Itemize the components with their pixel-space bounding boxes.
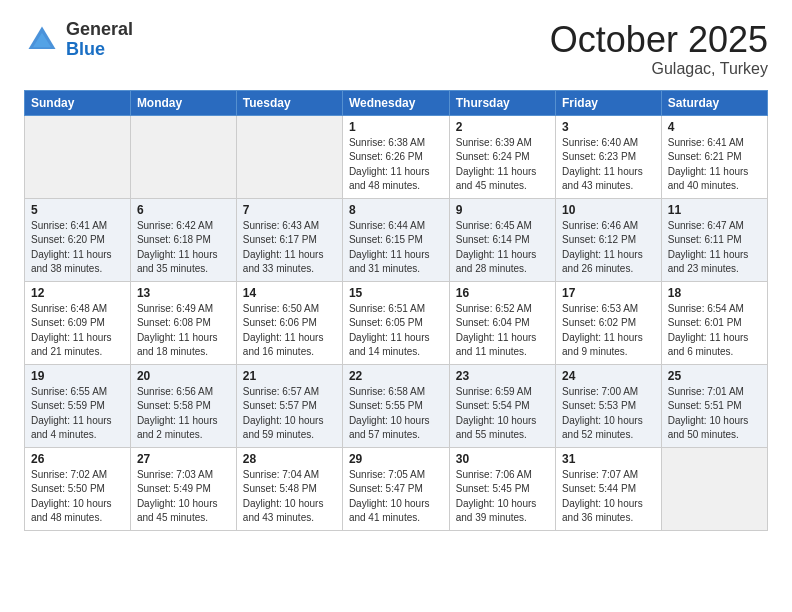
day-info: Sunrise: 6:40 AM Sunset: 6:23 PM Dayligh… — [562, 136, 655, 194]
day-number: 27 — [137, 452, 230, 466]
day-number: 22 — [349, 369, 443, 383]
month-title: October 2025 — [550, 20, 768, 60]
day-info: Sunrise: 6:48 AM Sunset: 6:09 PM Dayligh… — [31, 302, 124, 360]
table-row: 22Sunrise: 6:58 AM Sunset: 5:55 PM Dayli… — [342, 364, 449, 447]
table-row — [130, 115, 236, 198]
calendar-week-1: 1Sunrise: 6:38 AM Sunset: 6:26 PM Daylig… — [25, 115, 768, 198]
day-number: 24 — [562, 369, 655, 383]
day-number: 1 — [349, 120, 443, 134]
day-info: Sunrise: 6:38 AM Sunset: 6:26 PM Dayligh… — [349, 136, 443, 194]
day-number: 18 — [668, 286, 761, 300]
logo-icon — [24, 22, 60, 58]
col-wednesday: Wednesday — [342, 90, 449, 115]
day-number: 16 — [456, 286, 549, 300]
day-number: 28 — [243, 452, 336, 466]
day-number: 31 — [562, 452, 655, 466]
day-number: 23 — [456, 369, 549, 383]
table-row: 28Sunrise: 7:04 AM Sunset: 5:48 PM Dayli… — [236, 447, 342, 530]
table-row — [236, 115, 342, 198]
day-number: 25 — [668, 369, 761, 383]
col-friday: Friday — [556, 90, 662, 115]
day-info: Sunrise: 6:51 AM Sunset: 6:05 PM Dayligh… — [349, 302, 443, 360]
table-row: 16Sunrise: 6:52 AM Sunset: 6:04 PM Dayli… — [449, 281, 555, 364]
table-row: 26Sunrise: 7:02 AM Sunset: 5:50 PM Dayli… — [25, 447, 131, 530]
day-info: Sunrise: 6:49 AM Sunset: 6:08 PM Dayligh… — [137, 302, 230, 360]
day-number: 30 — [456, 452, 549, 466]
table-row: 8Sunrise: 6:44 AM Sunset: 6:15 PM Daylig… — [342, 198, 449, 281]
day-info: Sunrise: 6:41 AM Sunset: 6:20 PM Dayligh… — [31, 219, 124, 277]
day-info: Sunrise: 6:45 AM Sunset: 6:14 PM Dayligh… — [456, 219, 549, 277]
day-info: Sunrise: 7:01 AM Sunset: 5:51 PM Dayligh… — [668, 385, 761, 443]
table-row — [661, 447, 767, 530]
col-saturday: Saturday — [661, 90, 767, 115]
day-number: 10 — [562, 203, 655, 217]
day-info: Sunrise: 6:43 AM Sunset: 6:17 PM Dayligh… — [243, 219, 336, 277]
table-row: 1Sunrise: 6:38 AM Sunset: 6:26 PM Daylig… — [342, 115, 449, 198]
day-info: Sunrise: 7:03 AM Sunset: 5:49 PM Dayligh… — [137, 468, 230, 526]
table-row: 21Sunrise: 6:57 AM Sunset: 5:57 PM Dayli… — [236, 364, 342, 447]
day-number: 11 — [668, 203, 761, 217]
day-info: Sunrise: 7:00 AM Sunset: 5:53 PM Dayligh… — [562, 385, 655, 443]
page-container: General Blue October 2025 Gulagac, Turke… — [0, 0, 792, 547]
table-row: 6Sunrise: 6:42 AM Sunset: 6:18 PM Daylig… — [130, 198, 236, 281]
day-number: 13 — [137, 286, 230, 300]
day-number: 29 — [349, 452, 443, 466]
day-info: Sunrise: 6:55 AM Sunset: 5:59 PM Dayligh… — [31, 385, 124, 443]
day-info: Sunrise: 7:05 AM Sunset: 5:47 PM Dayligh… — [349, 468, 443, 526]
day-info: Sunrise: 6:59 AM Sunset: 5:54 PM Dayligh… — [456, 385, 549, 443]
title-block: October 2025 Gulagac, Turkey — [550, 20, 768, 78]
day-number: 20 — [137, 369, 230, 383]
calendar-week-3: 12Sunrise: 6:48 AM Sunset: 6:09 PM Dayli… — [25, 281, 768, 364]
table-row: 5Sunrise: 6:41 AM Sunset: 6:20 PM Daylig… — [25, 198, 131, 281]
day-info: Sunrise: 6:56 AM Sunset: 5:58 PM Dayligh… — [137, 385, 230, 443]
table-row: 4Sunrise: 6:41 AM Sunset: 6:21 PM Daylig… — [661, 115, 767, 198]
day-info: Sunrise: 6:41 AM Sunset: 6:21 PM Dayligh… — [668, 136, 761, 194]
day-info: Sunrise: 6:39 AM Sunset: 6:24 PM Dayligh… — [456, 136, 549, 194]
table-row: 11Sunrise: 6:47 AM Sunset: 6:11 PM Dayli… — [661, 198, 767, 281]
day-number: 7 — [243, 203, 336, 217]
logo-text: General Blue — [66, 20, 133, 60]
table-row: 29Sunrise: 7:05 AM Sunset: 5:47 PM Dayli… — [342, 447, 449, 530]
table-row: 2Sunrise: 6:39 AM Sunset: 6:24 PM Daylig… — [449, 115, 555, 198]
table-row: 18Sunrise: 6:54 AM Sunset: 6:01 PM Dayli… — [661, 281, 767, 364]
table-row: 20Sunrise: 6:56 AM Sunset: 5:58 PM Dayli… — [130, 364, 236, 447]
table-row: 17Sunrise: 6:53 AM Sunset: 6:02 PM Dayli… — [556, 281, 662, 364]
logo-blue: Blue — [66, 40, 133, 60]
day-number: 26 — [31, 452, 124, 466]
day-number: 8 — [349, 203, 443, 217]
table-row: 14Sunrise: 6:50 AM Sunset: 6:06 PM Dayli… — [236, 281, 342, 364]
day-number: 3 — [562, 120, 655, 134]
day-number: 9 — [456, 203, 549, 217]
table-row: 13Sunrise: 6:49 AM Sunset: 6:08 PM Dayli… — [130, 281, 236, 364]
logo-general: General — [66, 20, 133, 40]
day-number: 19 — [31, 369, 124, 383]
col-thursday: Thursday — [449, 90, 555, 115]
table-row: 27Sunrise: 7:03 AM Sunset: 5:49 PM Dayli… — [130, 447, 236, 530]
day-info: Sunrise: 6:52 AM Sunset: 6:04 PM Dayligh… — [456, 302, 549, 360]
col-tuesday: Tuesday — [236, 90, 342, 115]
calendar-week-5: 26Sunrise: 7:02 AM Sunset: 5:50 PM Dayli… — [25, 447, 768, 530]
day-info: Sunrise: 6:53 AM Sunset: 6:02 PM Dayligh… — [562, 302, 655, 360]
day-info: Sunrise: 6:58 AM Sunset: 5:55 PM Dayligh… — [349, 385, 443, 443]
calendar-table: Sunday Monday Tuesday Wednesday Thursday… — [24, 90, 768, 531]
day-info: Sunrise: 7:07 AM Sunset: 5:44 PM Dayligh… — [562, 468, 655, 526]
table-row: 12Sunrise: 6:48 AM Sunset: 6:09 PM Dayli… — [25, 281, 131, 364]
table-row: 23Sunrise: 6:59 AM Sunset: 5:54 PM Dayli… — [449, 364, 555, 447]
day-number: 15 — [349, 286, 443, 300]
table-row — [25, 115, 131, 198]
day-number: 2 — [456, 120, 549, 134]
day-number: 4 — [668, 120, 761, 134]
day-info: Sunrise: 7:04 AM Sunset: 5:48 PM Dayligh… — [243, 468, 336, 526]
calendar-week-2: 5Sunrise: 6:41 AM Sunset: 6:20 PM Daylig… — [25, 198, 768, 281]
table-row: 19Sunrise: 6:55 AM Sunset: 5:59 PM Dayli… — [25, 364, 131, 447]
day-info: Sunrise: 6:50 AM Sunset: 6:06 PM Dayligh… — [243, 302, 336, 360]
header: General Blue October 2025 Gulagac, Turke… — [24, 20, 768, 78]
day-number: 12 — [31, 286, 124, 300]
col-sunday: Sunday — [25, 90, 131, 115]
table-row: 24Sunrise: 7:00 AM Sunset: 5:53 PM Dayli… — [556, 364, 662, 447]
day-info: Sunrise: 6:44 AM Sunset: 6:15 PM Dayligh… — [349, 219, 443, 277]
table-row: 25Sunrise: 7:01 AM Sunset: 5:51 PM Dayli… — [661, 364, 767, 447]
day-info: Sunrise: 7:06 AM Sunset: 5:45 PM Dayligh… — [456, 468, 549, 526]
table-row: 15Sunrise: 6:51 AM Sunset: 6:05 PM Dayli… — [342, 281, 449, 364]
day-info: Sunrise: 6:42 AM Sunset: 6:18 PM Dayligh… — [137, 219, 230, 277]
